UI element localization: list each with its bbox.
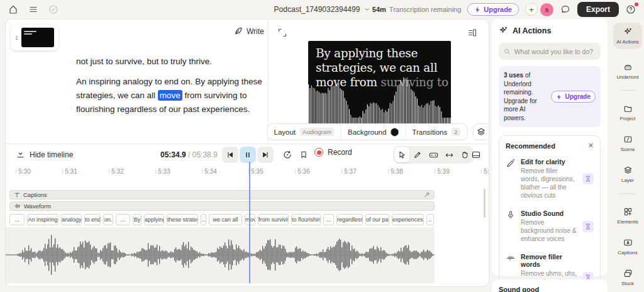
trim-tool[interactable]	[441, 147, 457, 162]
captions-icon	[623, 238, 633, 247]
ruler-tickmark	[202, 169, 203, 174]
word-cell[interactable]: ..	[201, 214, 206, 225]
hide-timeline-button[interactable]: Hide timeline	[16, 150, 73, 159]
sound-good-card[interactable]: Sound good	[492, 279, 608, 292]
hourglass-icon	[585, 223, 591, 230]
word-cell[interactable]: regardless	[336, 214, 363, 225]
sparkle-icon	[499, 26, 508, 35]
notification-dot	[635, 3, 638, 6]
timeline-scrollbar[interactable]	[484, 189, 486, 218]
word-cell[interactable]: ...	[9, 214, 25, 225]
waveform-area[interactable]	[6, 227, 435, 283]
rail-underlord[interactable]: Underlord	[613, 62, 642, 80]
panel-toggle-button[interactable]	[467, 27, 479, 38]
hamburger-icon	[28, 4, 38, 14]
rail-project[interactable]: Project	[613, 104, 642, 121]
hand-tool[interactable]	[457, 147, 472, 162]
track-view-button[interactable]	[471, 149, 482, 160]
word-cell[interactable]: to end	[84, 214, 101, 225]
preview-section: By applying these strategies, we can all…	[269, 20, 489, 143]
transcript[interactable]: not just to survive, but to truly thrive…	[76, 55, 266, 116]
word-cell[interactable]: ...	[116, 214, 130, 225]
captions-track[interactable]: Captions	[9, 190, 435, 199]
waveform-track[interactable]: Waveform	[9, 201, 435, 211]
ai-actions-card: AI Actions 3 uses of Underlord remaining…	[492, 19, 608, 276]
video-canvas[interactable]: By applying these strategies, we can all…	[308, 41, 451, 124]
transitions-control[interactable]: Transitions 2	[405, 124, 467, 140]
transcription-label: Transcription remaining	[389, 6, 462, 13]
layer-icon	[623, 166, 633, 175]
word-cell[interactable]: these strategies,	[167, 214, 198, 225]
word-cell[interactable]: of our past	[365, 214, 389, 225]
ruler-tickmark	[62, 169, 63, 174]
skip-back-button[interactable]	[222, 147, 238, 163]
word-cell[interactable]: from surviving	[258, 214, 289, 225]
layout-control[interactable]: Layout Audiogram	[268, 124, 341, 140]
selected-word[interactable]: move	[158, 90, 182, 101]
ai-search[interactable]	[499, 43, 601, 60]
ai-action-studio-sound[interactable]: Studio SoundRemove background noise & en…	[499, 205, 600, 248]
recommended-close-button[interactable]: ✕	[588, 142, 594, 150]
pause-button[interactable]	[240, 147, 256, 163]
hand-icon	[460, 150, 469, 159]
waveform-track-label: Waveform	[24, 203, 51, 210]
word-cell[interactable]: applying	[144, 214, 164, 225]
captions-track-label: Captions	[23, 191, 47, 198]
export-button[interactable]: Export	[577, 2, 619, 17]
select-tool[interactable]	[394, 147, 409, 162]
edit-tool[interactable]	[410, 147, 425, 162]
scene-card[interactable]: 1	[11, 25, 58, 50]
ai-search-input[interactable]	[514, 48, 596, 55]
record-button[interactable]: Record	[314, 148, 352, 157]
rail-elements[interactable]: Elements	[613, 207, 642, 225]
skip-forward-button[interactable]	[257, 147, 274, 163]
home-button[interactable]	[8, 4, 19, 15]
word-cell[interactable]: to flourishing	[291, 214, 321, 225]
background-label: Background	[348, 128, 386, 136]
word-cell[interactable]: analogy	[61, 214, 82, 225]
word-cell[interactable]: By	[133, 214, 142, 225]
robot-icon	[623, 62, 633, 72]
timeline-ruler[interactable]: 5:305:315:325:335:345:355:365:375:385:39…	[6, 166, 489, 180]
transitions-count-badge: 2	[451, 128, 460, 136]
crop-button[interactable]	[277, 27, 289, 38]
home-icon	[8, 4, 18, 14]
layers-button[interactable]	[472, 123, 489, 140]
rail-captions[interactable]: Captions	[613, 238, 642, 256]
rail-scene[interactable]: Scene	[613, 135, 642, 152]
word-cell[interactable]: An inspiring	[27, 214, 58, 225]
word-cell[interactable]: ...	[323, 214, 334, 225]
rail-stock[interactable]: Stock	[613, 269, 642, 286]
avatar[interactable]: s	[540, 3, 553, 16]
panel-toggle-icon	[467, 28, 477, 38]
main-panel: 1 Write not just to survive, but to trul…	[5, 19, 489, 287]
current-time: 05:34.9	[160, 150, 186, 159]
rail-ai-actions[interactable]: AI Actions	[613, 23, 642, 49]
pencil-edit-icon	[506, 159, 516, 168]
range-tool[interactable]	[426, 147, 441, 162]
rail-layer[interactable]: Layer	[613, 166, 642, 183]
word-cell[interactable]: on.	[103, 214, 113, 225]
invite-button[interactable]: +	[525, 3, 538, 16]
playhead[interactable]	[249, 162, 250, 283]
word-cell[interactable]: ..	[426, 214, 434, 225]
menu-button[interactable]	[28, 4, 39, 15]
folder-icon	[623, 104, 633, 113]
loop-button[interactable]	[282, 149, 294, 160]
word-cell[interactable]: experiences.	[392, 214, 424, 225]
help-button[interactable]	[625, 4, 636, 15]
underlord-use-badge	[582, 221, 594, 232]
project-title-button[interactable]: Podcast_1749032394499	[274, 0, 370, 19]
write-label: Write	[247, 27, 264, 36]
skip-forward-icon	[261, 150, 270, 159]
upgrade-button[interactable]: Upgrade	[467, 3, 519, 16]
comments-button[interactable]	[560, 4, 571, 15]
marker-button[interactable]	[299, 149, 311, 160]
usage-text: 3 uses of Underlord remaining. Upgrade f…	[504, 71, 547, 122]
write-button[interactable]: Write	[233, 26, 264, 36]
ai-action-edit-for-clarity[interactable]: Edit for clarityRemove filler words, dig…	[499, 153, 600, 205]
background-control[interactable]: Background	[341, 124, 405, 140]
sync-status	[48, 4, 59, 15]
ai-upgrade-button[interactable]: Upgrade	[551, 91, 596, 103]
word-cell[interactable]: we can all	[209, 214, 242, 225]
